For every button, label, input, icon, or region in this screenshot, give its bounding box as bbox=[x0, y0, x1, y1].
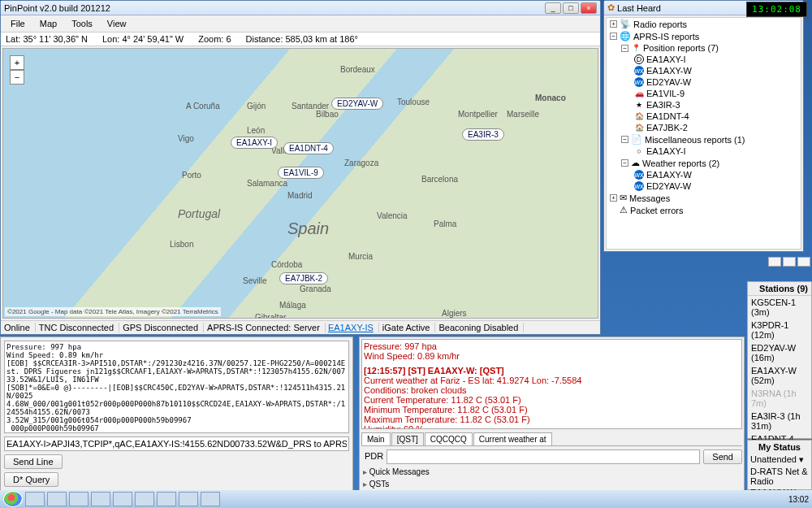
start-button[interactable] bbox=[3, 491, 23, 507]
mystatus-header: My Status bbox=[748, 441, 811, 454]
zoom-in-button[interactable]: + bbox=[10, 55, 24, 70]
tree-misc-item[interactable]: ○EA1AXY-I bbox=[607, 145, 801, 157]
tab-cq[interactable]: CQCQCQ bbox=[425, 432, 473, 445]
city-porto: Porto bbox=[182, 171, 201, 180]
message-tabs: Main [QST] CQCQCQ Current weather at bbox=[361, 432, 742, 446]
message-log[interactable]: Pressure: 997 hpa Wind Speed: 0.89 km/hr… bbox=[361, 339, 742, 429]
mini-close[interactable] bbox=[797, 257, 810, 267]
map-info-bar: Lat: 35° 11' 30,36" N Lon: 4° 24' 59,41"… bbox=[1, 33, 600, 46]
minimize-button[interactable]: _ bbox=[545, 2, 561, 14]
taskbar-item[interactable] bbox=[47, 492, 67, 506]
taskbar-item[interactable] bbox=[25, 492, 45, 506]
message-input[interactable] bbox=[387, 449, 700, 464]
tree-wx-reports[interactable]: −☁Weather reports (2) bbox=[607, 157, 801, 169]
tree-position-reports[interactable]: −📍Position reports (7) bbox=[607, 42, 801, 54]
station-row[interactable]: ED2YAV-W (16m) bbox=[748, 341, 811, 364]
status-beacon: Beaconing Disabled bbox=[438, 323, 524, 332]
callout-ed2yav[interactable]: ED2YAV-W bbox=[331, 98, 383, 110]
tab-qst[interactable]: [QST] bbox=[391, 432, 424, 445]
city-seville: Seville bbox=[243, 276, 266, 285]
pdr-label: PDR bbox=[361, 449, 387, 464]
d-query-button[interactable]: D* Query bbox=[4, 472, 58, 487]
taskbar-item[interactable] bbox=[179, 492, 198, 506]
tree-wx-item[interactable]: wxEA1AXY-W bbox=[607, 169, 801, 180]
menu-map[interactable]: Map bbox=[33, 17, 63, 30]
callout-ea3ir[interactable]: EA3IR-3 bbox=[462, 128, 504, 141]
callout-ea1axy[interactable]: EA1AXY-I bbox=[231, 137, 278, 149]
city-santander: Santander bbox=[292, 102, 329, 111]
system-tray-time[interactable]: 13:02 bbox=[788, 495, 809, 504]
callout-ea1vil[interactable]: EA1VIL-9 bbox=[278, 167, 324, 179]
map-lat: Lat: 35° 11' 30,36" N bbox=[6, 34, 88, 44]
mystatus-unattended[interactable]: Unattended ▾ bbox=[748, 454, 811, 466]
city-toulouse: Toulouse bbox=[397, 98, 430, 106]
taskbar-item[interactable] bbox=[91, 492, 110, 506]
tree-pos-item[interactable]: wxEA1AXY-W bbox=[607, 65, 801, 76]
aprs-server-link[interactable]: EA1AXY-IS bbox=[328, 323, 374, 332]
city-gijon: Gijón bbox=[247, 102, 266, 111]
station-row[interactable]: K3PDR-1 (12m) bbox=[748, 319, 811, 341]
tree-wx-item[interactable]: wxED2YAV-W bbox=[607, 180, 801, 192]
stations-panel: Stations (9) KG5CEN-1 (3m) K3PDR-1 (12m)… bbox=[747, 281, 812, 439]
quick-messages-expander[interactable]: Quick Messages bbox=[360, 466, 744, 478]
tree-packet-errors[interactable]: ⚠Packet errors bbox=[607, 204, 801, 216]
status-igate: iGate Active bbox=[382, 323, 436, 332]
mini-restore[interactable] bbox=[783, 257, 796, 267]
tree-pos-item[interactable]: 🚗EA1VIL-9 bbox=[607, 88, 801, 99]
menu-tools[interactable]: Tools bbox=[65, 17, 99, 30]
maximize-button[interactable]: □ bbox=[563, 2, 579, 14]
city-valencia: Valencia bbox=[377, 211, 408, 220]
station-row[interactable]: EA1AXY-W (52m) bbox=[748, 364, 811, 387]
city-gibraltar: Gibraltar bbox=[255, 313, 286, 319]
menu-file[interactable]: File bbox=[4, 17, 32, 30]
taskbar-item[interactable] bbox=[113, 492, 132, 506]
main-win-controls: _ □ × bbox=[545, 2, 597, 14]
zoom-out-button[interactable]: − bbox=[10, 70, 24, 85]
city-leon: León bbox=[247, 126, 265, 135]
mystatus-drats: D-RATS Net & Radio bbox=[748, 466, 811, 487]
map-canvas[interactable]: + − Spain Portugal Madrid Lisbon Porto S… bbox=[2, 48, 598, 319]
station-row[interactable]: EA3IR-3 (1h 31m) bbox=[748, 410, 811, 432]
main-titlebar[interactable]: PinPoint v2.0 build 201212 _ □ × bbox=[1, 1, 600, 15]
packet-log[interactable]: Pressure: 997 hpa Wind Speed: 0.89 km/hr… bbox=[4, 341, 349, 433]
packet-input[interactable] bbox=[4, 436, 349, 451]
map-lon: Lon: 4° 24' 59,41" W bbox=[102, 34, 184, 44]
callout-ea7jbk[interactable]: EA7JBK-2 bbox=[279, 272, 328, 284]
city-zaragoza: Zaragoza bbox=[344, 158, 378, 167]
main-window: PinPoint v2.0 build 201212 _ □ × File Ma… bbox=[0, 0, 601, 335]
digital-clock: 13:02:08 bbox=[746, 2, 807, 17]
tree-messages[interactable]: +✉Messages bbox=[607, 192, 801, 204]
tree-aprs-reports[interactable]: −🌐APRS-IS reports bbox=[607, 30, 801, 42]
menubar: File Map Tools View bbox=[1, 15, 600, 33]
tab-currentwx[interactable]: Current weather at bbox=[473, 432, 552, 445]
city-bilbao: Bilbao bbox=[316, 110, 339, 119]
close-button[interactable]: × bbox=[581, 2, 597, 14]
mini-minimize[interactable] bbox=[768, 257, 781, 267]
tree-pos-item[interactable]: 🏠EA1DNT-4 bbox=[607, 111, 801, 122]
taskbar-item[interactable] bbox=[201, 492, 220, 506]
tree-misc-reports[interactable]: −📄Miscellaneous reports (1) bbox=[607, 133, 801, 145]
tree-pos-item[interactable]: 🏠EA7JBK-2 bbox=[607, 122, 801, 133]
send-line-button[interactable]: Send Line bbox=[4, 454, 63, 469]
station-row[interactable]: KG5CEN-1 (3m) bbox=[748, 296, 811, 319]
send-button[interactable]: Send bbox=[703, 449, 742, 464]
last-heard-tree[interactable]: +📡Radio reports −🌐APRS-IS reports −📍Posi… bbox=[606, 17, 801, 250]
city-salamanca: Salamanca bbox=[247, 179, 287, 188]
qsts-expander[interactable]: QSTs bbox=[360, 478, 744, 490]
menu-view[interactable]: View bbox=[101, 17, 133, 30]
tree-pos-item[interactable]: DEA1AXY-I bbox=[607, 54, 801, 65]
taskbar-item[interactable] bbox=[69, 492, 89, 506]
tab-main[interactable]: Main bbox=[361, 432, 391, 445]
city-murcia: Murcia bbox=[348, 252, 373, 261]
tree-pos-item[interactable]: ★EA3IR-3 bbox=[607, 99, 801, 111]
taskbar: 13:02 bbox=[0, 490, 812, 508]
tree-pos-item[interactable]: wxED2YAV-W bbox=[607, 76, 801, 88]
city-marseille: Marseille bbox=[507, 110, 539, 119]
status-online: Online bbox=[4, 323, 36, 332]
station-row[interactable]: N3RNA (1h 7m) bbox=[748, 387, 811, 410]
taskbar-item[interactable] bbox=[135, 492, 154, 506]
city-algiers: Algiers bbox=[442, 309, 467, 318]
tree-radio-reports[interactable]: +📡Radio reports bbox=[607, 18, 801, 30]
taskbar-item[interactable] bbox=[157, 492, 176, 506]
callout-ea1dnt[interactable]: EA1DNT-4 bbox=[283, 142, 334, 154]
